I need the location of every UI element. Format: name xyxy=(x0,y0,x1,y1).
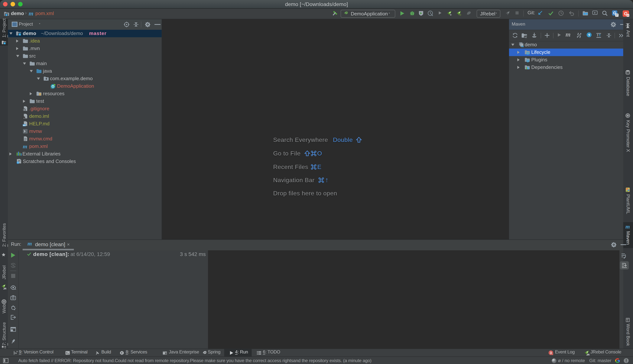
svg-text:9: 9 xyxy=(12,264,14,268)
svg-text:m: m xyxy=(521,44,524,48)
svg-text:JR: JR xyxy=(586,353,590,356)
svg-text:MD: MD xyxy=(23,124,26,126)
svg-text:EE: EE xyxy=(165,353,167,354)
svg-text:3: 3 xyxy=(550,351,552,355)
svg-text:JR: JR xyxy=(3,287,7,290)
